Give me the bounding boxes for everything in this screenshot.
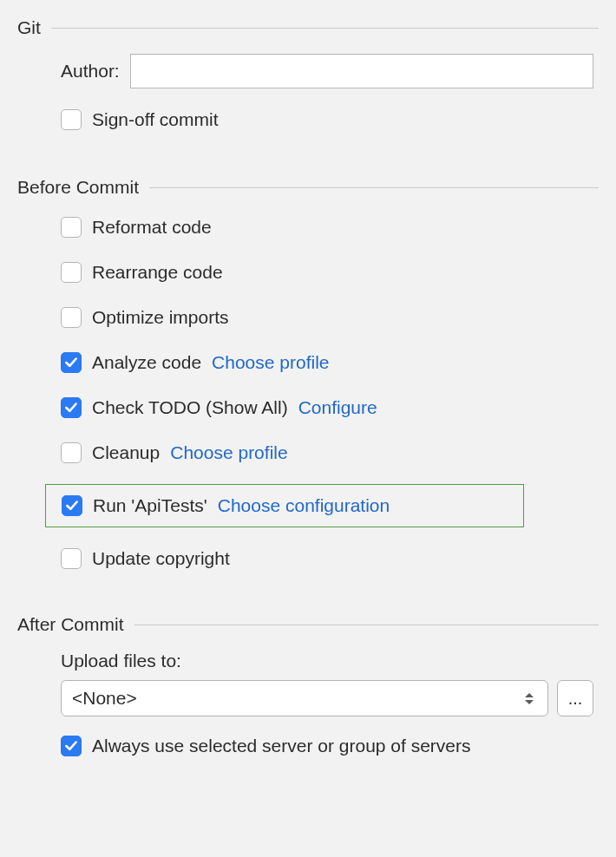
- optimize-imports-row: Optimize imports: [61, 304, 593, 331]
- optimize-imports-checkbox[interactable]: [61, 307, 82, 328]
- check-todo-row: Check TODO (Show All) Configure: [61, 394, 593, 422]
- upload-files-label: Upload files to:: [61, 651, 593, 671]
- cleanup-checkbox[interactable]: [61, 442, 82, 463]
- check-icon: [63, 400, 79, 415]
- update-copyright-label: Update copyright: [92, 548, 230, 569]
- check-icon: [64, 498, 80, 514]
- author-label: Author:: [61, 61, 120, 82]
- before-commit-title: Before Commit: [17, 177, 139, 198]
- after-commit-header: After Commit: [17, 614, 599, 635]
- git-section: Git Author: Sign-off commit: [17, 17, 599, 134]
- run-tests-label: Run 'ApiTests': [93, 495, 207, 516]
- before-commit-section: Before Commit Reformat code Rearrange co…: [17, 177, 599, 572]
- reformat-code-row: Reformat code: [61, 213, 593, 241]
- divider: [134, 625, 599, 625]
- run-tests-link[interactable]: Choose configuration: [218, 495, 390, 516]
- analyze-code-link[interactable]: Choose profile: [212, 352, 329, 373]
- signoff-row: Sign-off commit: [61, 106, 593, 134]
- author-row: Author:: [61, 54, 593, 88]
- author-input[interactable]: [130, 54, 593, 88]
- reformat-code-label: Reformat code: [92, 217, 212, 238]
- run-tests-highlight: Run 'ApiTests' Choose configuration: [45, 484, 524, 527]
- run-tests-checkbox[interactable]: [62, 495, 82, 516]
- cleanup-row: Cleanup Choose profile: [61, 439, 593, 467]
- analyze-code-row: Analyze code Choose profile: [61, 349, 593, 376]
- cleanup-label: Cleanup: [92, 442, 160, 463]
- ellipsis-icon: ...: [568, 689, 583, 709]
- cleanup-link[interactable]: Choose profile: [170, 442, 287, 463]
- analyze-code-label: Analyze code: [92, 352, 201, 373]
- check-icon: [63, 738, 79, 754]
- git-section-header: Git: [17, 17, 599, 38]
- reformat-code-checkbox[interactable]: [61, 217, 82, 238]
- update-copyright-checkbox[interactable]: [61, 548, 82, 569]
- divider: [51, 28, 599, 29]
- signoff-label: Sign-off commit: [92, 109, 219, 130]
- always-use-checkbox[interactable]: [61, 736, 82, 756]
- before-commit-header: Before Commit: [17, 177, 599, 198]
- chevron-up-icon: [525, 693, 534, 697]
- git-section-title: Git: [17, 17, 41, 38]
- select-arrows-icon: [521, 693, 537, 704]
- upload-select-value: <None>: [72, 688, 521, 709]
- run-tests-row: Run 'ApiTests' Choose configuration: [62, 492, 514, 520]
- optimize-imports-label: Optimize imports: [92, 307, 229, 328]
- divider: [149, 187, 599, 188]
- browse-button[interactable]: ...: [557, 680, 593, 716]
- after-commit-section: After Commit Upload files to: <None> ...…: [17, 614, 599, 760]
- check-icon: [63, 355, 79, 370]
- check-todo-label: Check TODO (Show All): [92, 397, 288, 418]
- rearrange-code-checkbox[interactable]: [61, 262, 82, 283]
- signoff-checkbox[interactable]: [61, 109, 82, 130]
- check-todo-checkbox[interactable]: [61, 397, 82, 418]
- update-copyright-row: Update copyright: [61, 545, 593, 572]
- rearrange-code-label: Rearrange code: [92, 262, 223, 283]
- chevron-down-icon: [525, 700, 534, 704]
- always-use-row: Always use selected server or group of s…: [61, 732, 593, 760]
- analyze-code-checkbox[interactable]: [61, 352, 82, 373]
- upload-select[interactable]: <None>: [61, 680, 548, 716]
- rearrange-code-row: Rearrange code: [61, 258, 593, 286]
- check-todo-link[interactable]: Configure: [298, 397, 377, 418]
- always-use-label: Always use selected server or group of s…: [92, 736, 471, 756]
- upload-select-row: <None> ...: [61, 680, 593, 716]
- after-commit-title: After Commit: [17, 614, 124, 635]
